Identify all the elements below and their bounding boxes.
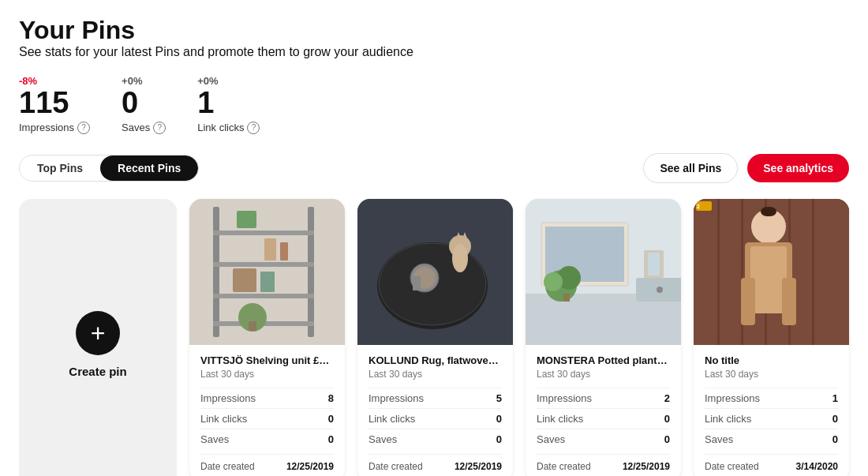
pin-info: KOLLUND Rug, flatwoven £26... Last 30 da…: [357, 345, 513, 476]
svg-rect-3: [213, 231, 314, 235]
actions: See all Pins See analytics: [643, 153, 849, 183]
link-clicks-change: +0%: [197, 75, 260, 87]
pin-date-label: Date created: [200, 461, 255, 472]
pins-grid: + Create pin VITTSJÖ Shelving unit £65 R…: [19, 199, 849, 476]
svg-rect-9: [280, 242, 288, 260]
page-title: Your Pins: [19, 16, 849, 45]
pin-link-clicks-label: Link clicks: [705, 413, 751, 425]
svg-rect-48: [761, 207, 776, 216]
pin-saves-value: 0: [664, 433, 670, 445]
pin-info: No title Last 30 days Impressions 1 Link…: [694, 345, 849, 476]
pin-link-clicks-value: 0: [328, 413, 334, 425]
pin-stat-link-clicks: Link clicks 0: [369, 408, 502, 429]
svg-rect-11: [260, 272, 275, 292]
create-pin-icon: +: [76, 311, 120, 355]
pin-link-clicks-value: 0: [832, 413, 838, 425]
see-analytics-button[interactable]: See analytics: [747, 154, 849, 182]
pin-link-clicks-value: 0: [664, 413, 670, 425]
pin-cards-container: VITTSJÖ Shelving unit £65 RA... Last 30 …: [189, 199, 849, 476]
pin-date-value: 3/14/2020: [796, 461, 838, 472]
svg-rect-10: [233, 268, 256, 292]
pin-card[interactable]: MONSTERA Potted plant £15 K... Last 30 d…: [526, 199, 681, 476]
svg-rect-46: [741, 278, 755, 325]
pin-impressions-value: 1: [832, 392, 838, 404]
create-pin-card[interactable]: + Create pin: [19, 199, 177, 476]
saves-label: Saves ?: [122, 122, 166, 134]
pin-card[interactable]: VITTSJÖ Shelving unit £65 RA... Last 30 …: [189, 199, 345, 476]
pin-impressions-value: 2: [664, 392, 670, 404]
pin-saves-value: 0: [496, 433, 502, 445]
pin-date-row: Date created 12/25/2019: [537, 454, 670, 472]
tab-top-pins[interactable]: Top Pins: [20, 156, 100, 181]
pin-stat-saves: Saves 0: [537, 429, 670, 449]
pin-stat-link-clicks: Link clicks 0: [537, 408, 670, 429]
link-clicks-value: 1: [197, 87, 260, 120]
pin-impressions-label: Impressions: [200, 392, 256, 404]
pin-period: Last 30 days: [705, 369, 838, 380]
pin-stat-impressions: Impressions 5: [369, 388, 502, 408]
svg-rect-5: [213, 294, 314, 298]
pin-saves-value: 0: [328, 433, 334, 445]
pin-date-label: Date created: [537, 461, 591, 472]
pin-stat-impressions: Impressions 2: [537, 388, 670, 408]
pin-card[interactable]: 2 No title Last 30 days Impressions 1 Li…: [694, 199, 849, 476]
pin-image: [526, 199, 681, 345]
pin-title: KOLLUND Rug, flatwoven £26...: [369, 354, 502, 366]
page-header: Your Pins See stats for your latest Pins…: [19, 16, 849, 59]
pin-stat-link-clicks: Link clicks 0: [200, 408, 334, 429]
saves-change: +0%: [122, 75, 166, 87]
impressions-change: -8%: [19, 75, 90, 87]
pin-link-clicks-label: Link clicks: [200, 413, 247, 425]
impressions-value: 115: [19, 87, 90, 120]
saves-value: 0: [122, 87, 166, 120]
pin-image: 2: [694, 199, 849, 345]
svg-point-32: [544, 272, 563, 291]
pin-saves-label: Saves: [537, 433, 565, 445]
pin-info: MONSTERA Potted plant £15 K... Last 30 d…: [526, 345, 681, 476]
page-subtitle: See stats for your latest Pins and promo…: [19, 45, 849, 59]
pin-date-row: Date created 3/14/2020: [705, 454, 838, 472]
pin-period: Last 30 days: [200, 369, 334, 380]
pin-image: [189, 199, 345, 345]
pin-link-clicks-label: Link clicks: [537, 413, 583, 425]
svg-rect-42: [812, 199, 814, 345]
svg-rect-2: [308, 207, 314, 337]
svg-rect-7: [237, 211, 256, 228]
svg-point-21: [452, 244, 468, 272]
pin-stat-saves: Saves 0: [369, 429, 502, 449]
see-all-pins-button[interactable]: See all Pins: [643, 153, 738, 183]
pin-link-clicks-label: Link clicks: [369, 413, 415, 425]
pin-impressions-label: Impressions: [537, 392, 592, 404]
pin-title: MONSTERA Potted plant £15 K...: [537, 354, 670, 366]
impressions-stat: -8% 115 Impressions ?: [19, 75, 90, 134]
pin-card[interactable]: KOLLUND Rug, flatwoven £26... Last 30 da…: [357, 199, 513, 476]
link-clicks-stat: +0% 1 Link clicks ?: [197, 75, 260, 134]
pin-impressions-value: 5: [496, 392, 502, 404]
link-clicks-help-icon[interactable]: ?: [247, 122, 260, 134]
pin-info: VITTSJÖ Shelving unit £65 RA... Last 30 …: [189, 345, 345, 476]
pin-image: [357, 199, 513, 345]
pin-impressions-label: Impressions: [705, 392, 760, 404]
pin-period: Last 30 days: [537, 369, 670, 380]
svg-rect-4: [213, 262, 314, 267]
pin-stat-link-clicks: Link clicks 0: [705, 408, 838, 429]
tabs: Top Pins Recent Pins: [19, 155, 199, 182]
svg-rect-35: [648, 253, 660, 275]
svg-rect-1: [213, 207, 219, 337]
tab-recent-pins[interactable]: Recent Pins: [100, 156, 198, 181]
link-clicks-label: Link clicks ?: [197, 122, 260, 134]
impressions-help-icon[interactable]: ?: [77, 122, 90, 134]
pin-impressions-value: 8: [328, 392, 334, 404]
svg-text:2: 2: [697, 204, 700, 209]
saves-help-icon[interactable]: ?: [153, 122, 166, 134]
svg-rect-13: [249, 321, 256, 331]
pin-date-row: Date created 12/25/2019: [200, 454, 334, 472]
pin-date-label: Date created: [369, 461, 423, 472]
svg-point-29: [657, 287, 663, 293]
tabs-and-actions: Top Pins Recent Pins See all Pins See an…: [19, 153, 849, 183]
svg-rect-33: [563, 294, 570, 302]
pin-date-value: 12/25/2019: [623, 461, 670, 472]
pin-stat-impressions: Impressions 8: [200, 388, 334, 408]
create-pin-label: Create pin: [69, 365, 126, 378]
pin-saves-label: Saves: [705, 433, 733, 445]
